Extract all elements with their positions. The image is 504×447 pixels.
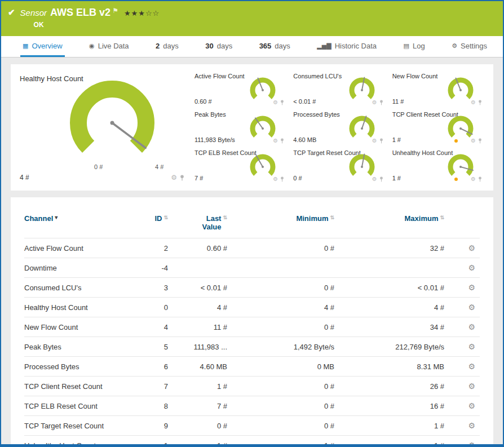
small-gauge-active-flow-count[interactable]: Active Flow Count 0.60 # ⚙ [190,70,289,108]
gauge-settings-icon[interactable]: ⚙ [372,176,377,182]
channel-minimum: 0 # [227,278,334,298]
channel-last-value: 1 # [168,377,227,396]
channel-maximum: < 0.01 # [334,278,444,298]
col-header-id[interactable]: ID⇅ [134,212,168,238]
channel-name: Processed Bytes [24,357,134,377]
small-gauge-peak-bytes[interactable]: Peak Bytes 111,983 Byte/s ⚙ [190,108,289,147]
tab-30-days[interactable]: 30 days [203,36,235,57]
tab-settings[interactable]: ⚙ Settings [449,36,489,57]
gauge-value: 11 # [392,98,404,105]
gauge-settings-icon[interactable]: ⚙ [372,138,377,144]
channel-settings-icon[interactable]: ⚙ [468,441,475,444]
channel-minimum: 0 # [227,317,334,337]
priority-stars[interactable]: ★★★☆☆ [124,9,160,17]
channel-last-value: 0.60 # [168,238,227,258]
channel-settings-icon[interactable]: ⚙ [468,303,475,312]
gauge-pin-icon[interactable] [280,176,284,182]
gauge-settings-icon[interactable]: ⚙ [273,176,278,182]
sort-icon: ⇅ [330,215,334,220]
gauge-pin-icon[interactable] [478,100,482,105]
channel-row: TCP Client Reset Count 7 1 # 0 # 26 # ⚙ [24,377,480,396]
channel-settings-icon[interactable]: ⚙ [468,283,475,292]
small-gauge-tcp-target-reset-count[interactable]: TCP Target Reset Count 0 # ⚙ [289,147,387,185]
gauge-pin-icon[interactable] [379,138,383,144]
channel-minimum: 0 MB [227,357,334,377]
small-gauge-tcp-client-reset-count[interactable]: TCP Client Reset Count 1 # ⚙ [388,108,487,147]
small-gauge-unhealthy-host-count[interactable]: Unhealthy Host Count 1 # ⚙ [388,147,487,185]
gauge-pin-icon[interactable] [379,100,383,105]
gauge-pin-icon[interactable] [379,176,383,182]
col-header-minimum-label: Minimum [296,214,328,223]
tab-label: days [275,42,290,50]
channel-maximum [334,258,444,278]
gauge-pin-icon[interactable] [280,100,284,105]
channel-name: Active Flow Count [24,238,134,258]
col-header-actions [444,212,480,238]
channel-settings-icon[interactable]: ⚙ [468,401,475,410]
gauge-pin-icon[interactable] [478,176,482,182]
gauge-actions: ⚙ [471,99,482,105]
col-header-last-value-label: Last Value [197,214,221,231]
channel-maximum: 1 # [334,416,444,436]
gauge-actions: ⚙ [273,99,284,105]
channel-row: Downtime -4 ⚙ [24,258,480,278]
channel-settings-icon[interactable]: ⚙ [468,382,475,391]
tab-live-data[interactable]: ◉ Live Data [87,36,131,57]
sort-icon: ⇅ [223,215,227,220]
col-header-maximum[interactable]: Maximum⇅ [334,212,444,238]
tab-2-days[interactable]: 2 days [153,36,181,57]
channel-settings-icon[interactable]: ⚙ [468,342,475,351]
small-gauge-new-flow-count[interactable]: New Flow Count 11 # ⚙ [388,70,487,108]
small-gauge-tcp-elb-reset-count[interactable]: TCP ELB Reset Count 7 # ⚙ [190,147,289,185]
tab-label: Historic Data [335,42,377,50]
channel-settings-icon[interactable]: ⚙ [468,421,475,430]
gauge-pin-icon[interactable] [180,175,184,181]
tab-icon: ◉ [89,42,95,50]
sort-icon: ⇅ [440,215,444,220]
channel-row: Healthy Host Count 0 4 # 4 # 4 # ⚙ [24,298,480,317]
small-gauge-processed-bytes[interactable]: Processed Bytes 4.60 MB ⚙ [289,108,387,147]
tab-365-days[interactable]: 365 days [257,36,293,57]
gauge-pin-icon[interactable] [478,138,482,144]
gauge-title: Unhealthy Host Count [392,149,453,156]
gauge-settings-icon[interactable]: ⚙ [273,99,278,105]
gauge-settings-icon[interactable]: ⚙ [171,174,177,182]
gauge-settings-icon[interactable]: ⚙ [372,99,377,105]
channel-row: TCP ELB Reset Count 8 7 # 0 # 16 # ⚙ [24,396,480,416]
gauge-title: Active Flow Count [194,73,245,79]
status-check-icon: ✔ [8,7,15,36]
primary-gauge-healthy-host-count[interactable]: Healthy Host Count 0 # 4 # 4 # ⚙ [17,70,187,185]
tab-icon: ▦ [23,42,28,50]
col-header-minimum[interactable]: Minimum⇅ [227,212,334,238]
channel-name: Downtime [24,258,134,278]
gauge-actions: ⚙ [273,138,284,144]
channel-name: Healthy Host Count [24,298,134,317]
gauge-settings-icon[interactable]: ⚙ [471,176,476,182]
channel-settings-icon[interactable]: ⚙ [468,263,475,272]
channel-last-value [168,258,227,278]
channel-id: 6 [134,357,168,377]
tab-prefix: 30 [205,42,213,50]
tab-historic-data[interactable]: ▂▅▇ Historic Data [315,36,379,57]
gauge-value: 4 # [20,174,29,182]
channel-last-value: 7 # [168,396,227,416]
gauge-value: 0 # [293,175,302,182]
col-header-channel[interactable]: Channel▾ [24,212,134,238]
small-gauge-consumed-lcu-s[interactable]: Consumed LCU's < 0.01 # ⚙ [289,70,387,108]
gauge-settings-icon[interactable]: ⚙ [273,138,278,144]
channel-settings-icon[interactable]: ⚙ [468,322,475,331]
channel-row: Peak Bytes 5 111,983 ... 1,492 Byte/s 21… [24,337,480,357]
gauge-pin-icon[interactable] [280,138,284,144]
col-header-last-value[interactable]: Last Value⇅ [168,212,227,238]
tab-overview[interactable]: ▦ Overview [20,36,65,57]
channel-settings-icon[interactable]: ⚙ [468,244,475,253]
channel-settings-icon[interactable]: ⚙ [468,362,475,371]
sensor-kind-label: Sensor [20,8,47,17]
sorted-desc-icon: ▾ [55,214,58,220]
gauge-settings-icon[interactable]: ⚙ [471,138,476,144]
channel-id: 9 [134,416,168,436]
title-line: Sensor AWS ELB v2 ⚑ ★★★☆☆ [20,7,160,19]
gauge-settings-icon[interactable]: ⚙ [471,99,476,105]
stars-filled: ★★★ [124,9,145,17]
tab-log[interactable]: ▤ Log [401,36,427,57]
